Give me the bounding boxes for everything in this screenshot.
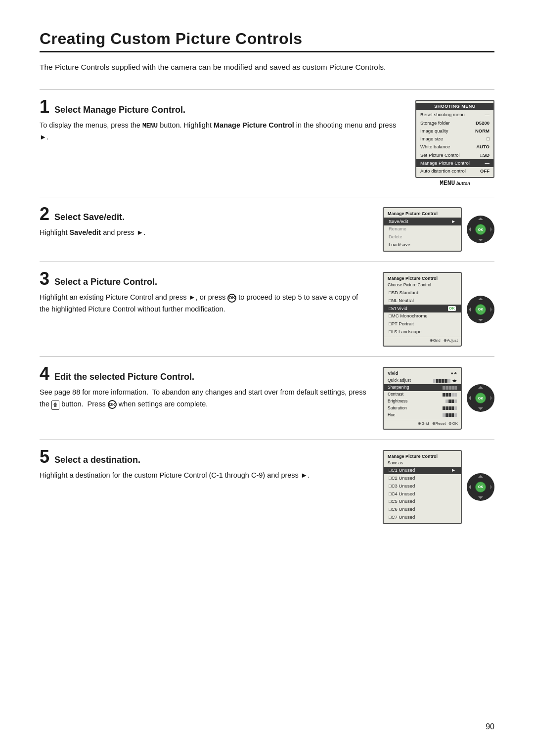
step-2-title: Select Save/edit.: [54, 212, 125, 222]
step-3-heading: 3 Select a Picture Control.: [40, 272, 368, 288]
step-4-number: 4: [40, 365, 49, 383]
screen-2-title: Manage Picture Control: [384, 210, 461, 217]
step-4: 4 Edit the selected Picture Control. See…: [40, 356, 494, 439]
step-1-caption: MENU button: [440, 179, 470, 187]
screen-4-row-2: Contrast: [384, 391, 461, 398]
step-4-heading: 4 Edit the selected Picture Control.: [40, 367, 368, 383]
screen-3-item-2: □VI VividOK: [384, 305, 461, 312]
page-number: 90: [486, 722, 494, 731]
screen-3-item-1: □NL Neutral: [384, 297, 461, 305]
screen-3-item-0: □SD Standard: [384, 289, 461, 297]
step-1-left: 1 Select Manage Picture Control. To disp…: [40, 100, 415, 143]
screen-3-item-4: □PT Portrait: [384, 320, 461, 328]
ok-button-3: OK: [475, 304, 486, 315]
step-4-left: 4 Edit the selected Picture Control. See…: [40, 367, 383, 410]
step-5-heading: 5 Select a destination.: [40, 450, 368, 466]
step-4-dpad: OK: [467, 384, 494, 412]
step-5-body: Highlight a destination for the custom P…: [40, 470, 368, 482]
step-1-heading: 1 Select Manage Picture Control.: [40, 100, 400, 116]
step-2-dpad: OK: [467, 216, 494, 243]
screen-1-row-0: Reset shooting menu—: [416, 111, 493, 119]
screen-5-item-2: □C3 Unused: [384, 482, 461, 490]
screen-4-title: Vivid ▲A: [384, 370, 461, 377]
screen-2-item-2: Delete: [384, 233, 461, 241]
step-2-left: 2 Select Save/edit. Highlight Save/edit …: [40, 207, 383, 239]
screen-5-item-0: □C1 Unused►: [384, 467, 461, 475]
screen-1-title: SHOOTING MENU: [416, 103, 493, 110]
screen-3-footer: ⊕Grid⊕Adjust: [384, 337, 461, 344]
step-5-dpad: OK: [467, 473, 494, 501]
screen-1-row-7: Auto distortion controlOFF: [416, 167, 493, 175]
page-title: Creating Custom Picture Controls: [40, 30, 494, 52]
screen-3-title: Manage Picture Control: [384, 275, 461, 282]
step-2-number: 2: [40, 205, 49, 223]
screen-4-row-5: Hue: [384, 412, 461, 419]
screen-5-title: Manage Picture Control: [384, 453, 461, 460]
screen-2-item-1: Rename: [384, 225, 461, 233]
screen-2-item-3: Load/save: [384, 241, 461, 249]
step-1-number: 1: [40, 98, 49, 116]
screen-4-row-3: Brightness: [384, 398, 461, 405]
screen-1-row-6: Manage Picture Control—: [416, 159, 493, 167]
step-4-screen: Vivid ▲A Quick adjust ◀▶ Sharpening: [383, 367, 462, 429]
screen-1-row-2: Image qualityNORM: [416, 127, 493, 134]
step-3-left: 3 Select a Picture Control. Highlight an…: [40, 272, 383, 315]
intro-paragraph: The Picture Controls supplied with the c…: [40, 61, 494, 74]
screen-4-row-1: Sharpening: [384, 384, 461, 391]
step-3-body: Highlight an existing Picture Control an…: [40, 292, 368, 315]
step-5-number: 5: [40, 448, 49, 466]
step-4-title: Edit the selected Picture Control.: [54, 372, 194, 382]
step-5: 5 Select a destination. Highlight a dest…: [40, 440, 494, 534]
step-3-right: Manage Picture Control Choose Picture Co…: [383, 272, 494, 347]
step-2-screen: Manage Picture Control Save/edit► Rename…: [383, 207, 462, 252]
step-2-right: Manage Picture Control Save/edit► Rename…: [383, 207, 494, 252]
screen-3-item-5: □LS Landscape: [384, 328, 461, 336]
screen-1-row-1: Storage folderD5200: [416, 119, 493, 127]
step-4-body: See page 88 for more information. To aba…: [40, 387, 368, 410]
ok-button: OK: [475, 224, 486, 235]
screen-1-row-5: Set Picture Control□SD: [416, 151, 493, 159]
step-3-screen: Manage Picture Control Choose Picture Co…: [383, 272, 462, 347]
step-5-left: 5 Select a destination. Highlight a dest…: [40, 450, 383, 482]
screen-2-item-0: Save/edit►: [384, 218, 461, 225]
ok-button-5: OK: [475, 482, 486, 492]
screen-3-item-3: □MC Monochrome: [384, 312, 461, 320]
step-2: 2 Select Save/edit. Highlight Save/edit …: [40, 197, 494, 262]
step-1-right: SHOOTING MENU Reset shooting menu— Stora…: [415, 100, 494, 187]
step-3-title: Select a Picture Control.: [54, 277, 157, 287]
screen-1-row-3: Image size□: [416, 135, 493, 143]
step-3-number: 3: [40, 270, 49, 288]
step-2-body: Highlight Save/edit and press ►.: [40, 227, 368, 239]
screen-5-item-4: □C5 Unused: [384, 498, 461, 506]
step-1-screen: SHOOTING MENU Reset shooting menu— Stora…: [415, 100, 494, 178]
screen-5-item-5: □C6 Unused: [384, 506, 461, 514]
screen-5-item-3: □C4 Unused: [384, 490, 461, 498]
screen-5-item-6: □C7 Unused: [384, 514, 461, 522]
screen-3-subtitle: Choose Picture Control: [384, 282, 461, 288]
step-4-right: Vivid ▲A Quick adjust ◀▶ Sharpening: [383, 367, 494, 429]
step-2-heading: 2 Select Save/edit.: [40, 207, 368, 223]
screen-1-row-4: White balanceAUTO: [416, 143, 493, 151]
step-3-dpad: OK: [467, 296, 494, 323]
screen-5-subtitle: Save as: [384, 460, 461, 466]
step-5-title: Select a destination.: [54, 455, 140, 465]
step-5-screen: Manage Picture Control Save as □C1 Unuse…: [383, 450, 462, 525]
ok-button-4: OK: [475, 393, 486, 403]
steps-container: 1 Select Manage Picture Control. To disp…: [40, 89, 494, 534]
step-3: 3 Select a Picture Control. Highlight an…: [40, 262, 494, 356]
step-5-right: Manage Picture Control Save as □C1 Unuse…: [383, 450, 494, 525]
screen-4-row-4: Saturation: [384, 405, 461, 412]
step-1: 1 Select Manage Picture Control. To disp…: [40, 89, 494, 197]
screen-4-row-0: Quick adjust ◀▶: [384, 377, 461, 384]
screen-4-footer: ⊕Grid⊕Reset⊛OK: [384, 420, 461, 427]
step-1-title: Select Manage Picture Control.: [54, 105, 185, 115]
screen-5-item-1: □C2 Unused: [384, 474, 461, 482]
step-1-body: To display the menus, press the MENU but…: [40, 120, 400, 143]
